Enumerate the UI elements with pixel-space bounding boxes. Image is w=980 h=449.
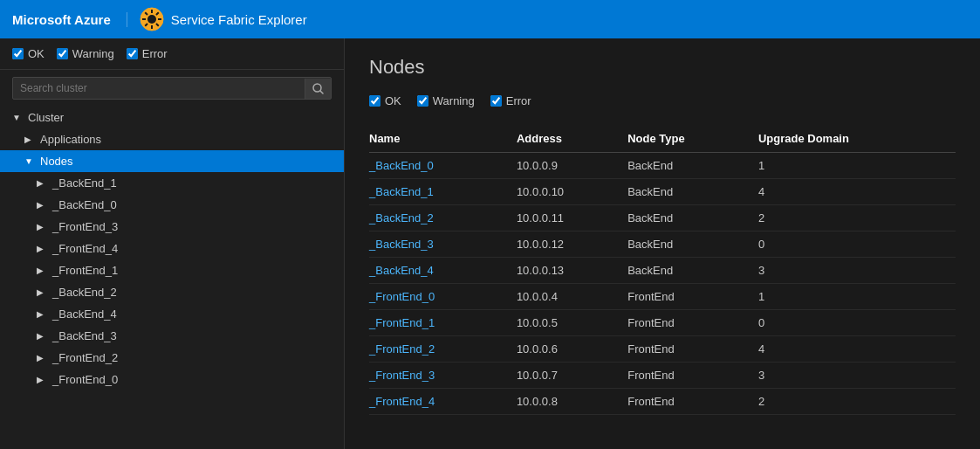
chevron-right-icon — [37, 353, 47, 363]
node-name-cell: _FrontEnd_0 — [369, 284, 517, 310]
content-filter-error[interactable]: Error — [490, 94, 531, 107]
node-type-cell: FrontEnd — [627, 310, 758, 336]
sidebar-tree: Cluster Applications Nodes _BackEnd_1 _B… — [0, 107, 344, 449]
main-layout: OK Warning Error — [0, 38, 980, 449]
col-node-type: Node Type — [627, 125, 758, 153]
table-row: _BackEnd_2 10.0.0.11 BackEnd 2 — [369, 205, 956, 231]
table-row: _BackEnd_3 10.0.0.12 BackEnd 0 — [369, 231, 956, 258]
tree-item-backend2[interactable]: _BackEnd_2 — [0, 281, 344, 303]
table-row: _BackEnd_1 10.0.0.10 BackEnd 4 — [369, 179, 956, 205]
app-header: Microsoft Azure Service Fabric Explorer — [0, 0, 980, 38]
sidebar-filter-ok[interactable]: OK — [12, 47, 45, 60]
svg-point-1 — [147, 15, 156, 24]
node-upgrade-domain-cell: 0 — [758, 310, 956, 336]
tree-item-backend1[interactable]: _BackEnd_1 — [0, 172, 344, 194]
table-row: _FrontEnd_2 10.0.0.6 FrontEnd 4 — [369, 336, 956, 363]
sidebar: OK Warning Error — [0, 38, 345, 449]
tree-item-backend4[interactable]: _BackEnd_4 — [0, 303, 344, 325]
tree-item-cluster[interactable]: Cluster — [0, 107, 344, 128]
node-name-cell: _BackEnd_1 — [369, 179, 517, 205]
node-address-cell: 10.0.0.4 — [517, 284, 627, 310]
content-filter-warning[interactable]: Warning — [417, 94, 475, 107]
search-button[interactable] — [305, 79, 331, 99]
node-type-cell: BackEnd — [627, 179, 758, 205]
node-name-link[interactable]: _FrontEnd_1 — [369, 316, 435, 329]
col-address: Address — [517, 125, 627, 153]
node-name-cell: _BackEnd_2 — [369, 205, 517, 231]
chevron-right-icon — [37, 222, 47, 231]
tree-item-frontend0[interactable]: _FrontEnd_0 — [0, 369, 344, 390]
node-address-cell: 10.0.0.6 — [517, 336, 627, 363]
col-upgrade-domain: Upgrade Domain — [758, 125, 956, 153]
node-name-link[interactable]: _FrontEnd_0 — [369, 290, 435, 303]
node-type-cell: FrontEnd — [627, 389, 758, 415]
node-name-cell: _FrontEnd_2 — [369, 336, 517, 363]
table-row: _FrontEnd_1 10.0.0.5 FrontEnd 0 — [369, 310, 956, 336]
node-name-link[interactable]: _BackEnd_3 — [369, 238, 434, 251]
chevron-right-icon — [37, 287, 47, 297]
content-filter-bar: OK Warning Error — [369, 94, 956, 107]
content-filter-ok[interactable]: OK — [369, 94, 401, 107]
chevron-right-icon — [37, 331, 47, 341]
sfx-logo-icon — [140, 7, 164, 31]
node-upgrade-domain-cell: 3 — [758, 363, 956, 389]
tree-item-frontend2[interactable]: _FrontEnd_2 — [0, 347, 344, 369]
node-name-cell: _FrontEnd_1 — [369, 310, 517, 336]
node-upgrade-domain-cell: 1 — [758, 153, 956, 179]
node-address-cell: 10.0.0.8 — [517, 389, 627, 415]
node-name-link[interactable]: _BackEnd_2 — [369, 211, 434, 224]
node-address-cell: 10.0.0.9 — [517, 153, 627, 179]
page-title: Nodes — [369, 56, 956, 79]
node-upgrade-domain-cell: 3 — [758, 258, 956, 284]
tree-item-backend0[interactable]: _BackEnd_0 — [0, 194, 344, 216]
azure-brand: Microsoft Azure — [12, 12, 127, 27]
node-name-link[interactable]: _BackEnd_4 — [369, 264, 434, 277]
search-box — [12, 77, 332, 100]
chevron-right-icon — [37, 266, 47, 275]
node-type-cell: BackEnd — [627, 153, 758, 179]
chevron-right-icon — [24, 135, 35, 144]
node-type-cell: BackEnd — [627, 205, 758, 231]
node-type-cell: FrontEnd — [627, 284, 758, 310]
chevron-down-icon — [24, 156, 35, 166]
node-name-link[interactable]: _FrontEnd_4 — [369, 395, 435, 408]
chevron-right-icon — [37, 244, 47, 253]
tree-item-frontend3[interactable]: _FrontEnd_3 — [0, 216, 344, 238]
table-row: _BackEnd_0 10.0.0.9 BackEnd 1 — [369, 153, 956, 179]
search-input[interactable] — [13, 78, 305, 99]
node-type-cell: BackEnd — [627, 258, 758, 284]
sidebar-filter-error[interactable]: Error — [127, 47, 168, 60]
node-upgrade-domain-cell: 2 — [758, 205, 956, 231]
node-address-cell: 10.0.0.13 — [517, 258, 627, 284]
tree-item-backend3[interactable]: _BackEnd_3 — [0, 325, 344, 347]
tree-item-nodes[interactable]: Nodes — [0, 150, 344, 172]
node-type-cell: FrontEnd — [627, 363, 758, 389]
node-type-cell: FrontEnd — [627, 336, 758, 363]
node-name-cell: _BackEnd_4 — [369, 258, 517, 284]
node-name-cell: _BackEnd_0 — [369, 153, 517, 179]
node-name-link[interactable]: _BackEnd_1 — [369, 185, 434, 198]
node-upgrade-domain-cell: 1 — [758, 284, 956, 310]
chevron-right-icon — [37, 200, 47, 210]
search-icon — [312, 83, 324, 94]
chevron-right-icon — [37, 178, 47, 188]
tree-item-frontend1[interactable]: _FrontEnd_1 — [0, 259, 344, 281]
node-address-cell: 10.0.0.5 — [517, 310, 627, 336]
node-upgrade-domain-cell: 2 — [758, 389, 956, 415]
node-address-cell: 10.0.0.10 — [517, 179, 627, 205]
node-name-link[interactable]: _FrontEnd_2 — [369, 342, 435, 356]
sidebar-filter-bar: OK Warning Error — [0, 38, 344, 70]
table-row: _FrontEnd_0 10.0.0.4 FrontEnd 1 — [369, 284, 956, 310]
node-name-link[interactable]: _BackEnd_0 — [369, 159, 434, 172]
node-upgrade-domain-cell: 4 — [758, 179, 956, 205]
col-name: Name — [369, 125, 517, 153]
node-type-cell: BackEnd — [627, 231, 758, 258]
node-name-cell: _BackEnd_3 — [369, 231, 517, 258]
node-name-link[interactable]: _FrontEnd_3 — [369, 369, 435, 382]
sidebar-filter-warning[interactable]: Warning — [57, 47, 114, 60]
node-upgrade-domain-cell: 0 — [758, 231, 956, 258]
node-name-cell: _FrontEnd_4 — [369, 389, 517, 415]
tree-item-frontend4[interactable]: _FrontEnd_4 — [0, 238, 344, 259]
tree-item-applications[interactable]: Applications — [0, 128, 344, 150]
node-address-cell: 10.0.0.11 — [517, 205, 627, 231]
